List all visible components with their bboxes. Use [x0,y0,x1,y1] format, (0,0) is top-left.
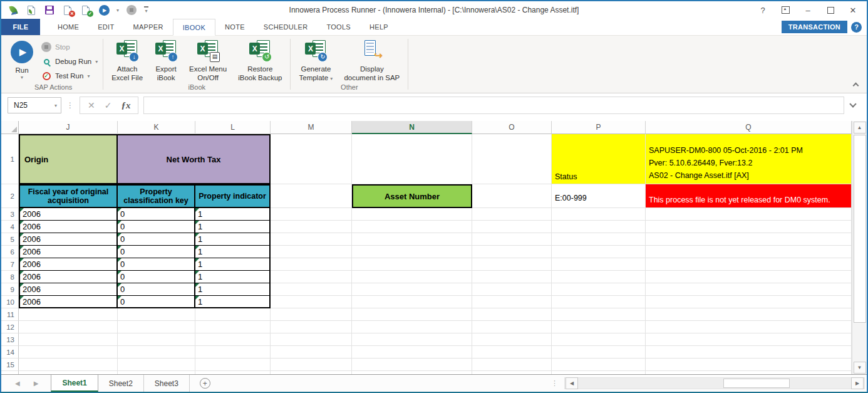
transaction-help-icon[interactable]: ? [851,22,862,33]
tab-mapper[interactable]: MAPPER [123,19,172,35]
dock-window-icon[interactable] [780,5,790,15]
display-document-in-sap-button[interactable]: ↪ Displaydocument in SAP [338,39,405,83]
formula-input[interactable] [143,97,844,114]
validate-document-icon[interactable]: ✓ [80,4,91,16]
cell-empty[interactable] [646,221,852,233]
row-header[interactable]: 5 [1,233,19,246]
tab-scheduler[interactable]: SCHEDULER [254,19,318,35]
horizontal-scroll-thumb[interactable] [723,379,790,388]
cell-empty[interactable] [271,258,352,271]
cell-empty[interactable] [195,333,271,346]
cell-empty[interactable] [472,246,552,258]
cell-year[interactable]: 2006 [19,296,118,308]
run-button[interactable]: ▶ Run ▾ [6,39,38,80]
quick-run-icon[interactable]: ▶ [98,4,110,16]
cell-indicator[interactable]: 1 [195,271,271,283]
cell-indicator[interactable]: 1 [195,258,271,271]
cell-empty[interactable] [552,271,646,283]
cell-empty[interactable] [552,246,646,258]
test-run-dropdown-icon[interactable]: ▾ [87,73,90,79]
horizontal-scrollbar[interactable]: ◀ ▶ [564,377,865,389]
tab-help[interactable]: HELP [360,19,398,35]
cell-year[interactable]: 2006 [19,258,118,271]
attach-excel-file-button[interactable]: X↓ AttachExcel File [106,39,148,83]
cell-empty[interactable] [472,283,552,296]
cell-empty[interactable] [271,233,352,246]
row-header[interactable]: 14 [1,346,19,359]
cell-empty[interactable] [472,134,552,184]
cell-empty[interactable] [271,184,352,208]
column-header-p[interactable]: P [552,121,646,134]
cell-warning[interactable]: This process file is not yet released fo… [646,184,852,208]
cell-empty[interactable] [472,333,552,346]
debug-run-dropdown-icon[interactable]: ▾ [95,59,98,65]
cell-empty[interactable] [19,308,118,321]
column-header-m[interactable]: M [271,121,352,134]
cell-key[interactable]: 0 [118,271,195,283]
sheet-tab-sheet3[interactable]: Sheet3 [144,375,190,392]
cell-empty[interactable] [271,359,352,371]
tab-home[interactable]: HOME [48,19,88,35]
cell-empty[interactable] [19,321,118,333]
cell-empty[interactable] [472,258,552,271]
sheet-nav-right-icon[interactable]: ▶ [34,380,39,387]
cell-status-code[interactable]: E:00-999 [552,184,646,208]
row-header[interactable]: 6 [1,246,19,258]
cell-empty[interactable] [118,371,195,374]
cell-empty[interactable] [352,271,472,283]
cell-empty[interactable] [19,346,118,359]
collapse-ribbon-icon[interactable] [853,83,859,89]
cell-empty[interactable] [646,308,852,321]
vertical-scroll-thumb[interactable] [854,135,866,323]
cell-empty[interactable] [352,359,472,371]
cell-empty[interactable] [472,296,552,308]
cell-empty[interactable] [118,346,195,359]
cancel-entry-icon[interactable]: ✕ [88,100,95,110]
quick-stop-icon[interactable] [126,4,137,16]
tab-tools[interactable]: TOOLS [317,19,360,35]
cell-key[interactable]: 0 [118,296,195,308]
cell-empty[interactable] [352,221,472,233]
cell-empty[interactable] [646,371,852,374]
cell-empty[interactable] [352,258,472,271]
select-all-corner[interactable] [1,121,19,134]
row-header[interactable]: 4 [1,221,19,233]
tab-note[interactable]: NOTE [215,19,254,35]
add-sheet-icon[interactable]: + [200,378,210,389]
cell-empty[interactable] [646,208,852,221]
row-header[interactable]: 15 [1,359,19,371]
column-header-l[interactable]: L [195,121,271,134]
cell-year[interactable]: 2006 [19,221,118,233]
cell-asset-number-header[interactable]: Asset Number [352,184,472,208]
cell-empty[interactable] [195,321,271,333]
vertical-scrollbar[interactable]: ▲ ▼ [852,121,867,374]
scrollbar-resize-handle[interactable]: ⋮ [551,379,558,387]
maximize-icon[interactable] [825,5,835,15]
row-header[interactable]: 10 [1,296,19,308]
column-header-k[interactable]: K [118,121,195,134]
row-header[interactable]: 9 [1,283,19,296]
column-header-o[interactable]: O [472,121,552,134]
confirm-entry-icon[interactable]: ✓ [105,100,112,110]
cell-property-indicator-header[interactable]: Property indicator [195,184,271,208]
cell-empty[interactable] [646,283,852,296]
cell-empty[interactable] [646,346,852,359]
cell-empty[interactable] [472,359,552,371]
column-header-n-selected[interactable]: N [352,121,472,134]
cell-empty[interactable] [271,134,352,184]
cell-empty[interactable] [19,333,118,346]
cell-empty[interactable] [552,283,646,296]
tab-ibook[interactable]: IBOOK [173,19,215,36]
tab-edit[interactable]: EDIT [88,19,123,35]
cell-empty[interactable] [271,371,352,374]
cell-empty[interactable] [646,258,852,271]
row-header[interactable]: 12 [1,321,19,333]
close-icon[interactable]: ✕ [848,5,858,15]
cell-empty[interactable] [552,308,646,321]
cell-key[interactable]: 0 [118,233,195,246]
debug-run-button[interactable]: Debug Run ▾ [41,56,98,66]
cell-empty[interactable] [352,233,472,246]
cell-key[interactable]: 0 [118,246,195,258]
cell-empty[interactable] [195,308,271,321]
customize-toolbar-icon[interactable]: ▾ [144,6,148,14]
